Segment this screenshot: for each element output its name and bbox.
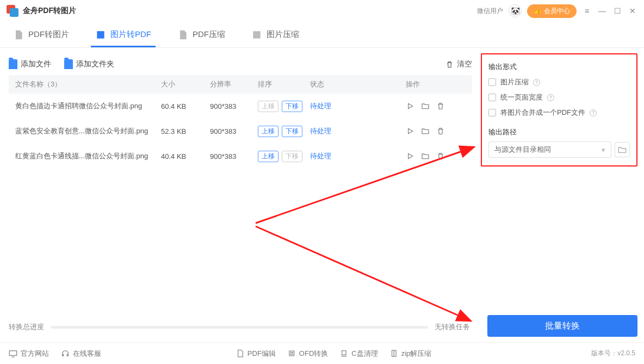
tab-image-to-pdf[interactable]: 图片转PDF — [91, 22, 156, 47]
link-label: 官方网站 — [21, 349, 49, 359]
cell-state: 待处理 — [310, 127, 331, 135]
tool-icon — [340, 349, 348, 357]
add-file-button[interactable]: 添加文件 — [9, 59, 51, 69]
compress-icon — [177, 29, 188, 40]
footer-link[interactable]: OFD转换 — [288, 349, 328, 359]
move-up-button: 上移 — [258, 101, 278, 112]
trash-icon — [445, 60, 454, 69]
output-panel: 输出形式 图片压缩 ? 统一页面宽度 ? 将图片合并成一个PDF文件 ? 输出路… — [481, 48, 644, 336]
tool-icon — [390, 349, 398, 357]
maximize-icon[interactable]: ☐ — [612, 6, 622, 16]
tab-label: 图片压缩 — [267, 29, 299, 40]
help-icon[interactable]: ? — [590, 109, 597, 116]
folder-icon[interactable] — [421, 127, 430, 135]
checkbox[interactable] — [488, 78, 496, 86]
cell-res: 900*383 — [210, 152, 258, 161]
footer-link[interactable]: zip解压缩 — [390, 349, 432, 359]
image-icon — [95, 29, 106, 40]
link-label: PDF编辑 — [247, 349, 276, 359]
tab-label: 图片转PDF — [110, 29, 151, 40]
tab-image-compress[interactable]: 图片压缩 — [247, 22, 304, 47]
compress-icon — [251, 29, 262, 40]
help-icon[interactable]: ? — [533, 79, 540, 86]
chevron-down-icon: ▾ — [602, 146, 605, 154]
link-label: 在线客服 — [73, 349, 101, 359]
move-down-button[interactable]: 下移 — [282, 101, 302, 112]
output-format-title: 输出形式 — [488, 62, 630, 72]
option-label: 统一页面宽度 — [500, 92, 543, 102]
trash-icon[interactable] — [436, 102, 445, 110]
footer-link[interactable]: C盘清理 — [340, 349, 377, 359]
checkbox[interactable] — [488, 94, 496, 101]
close-icon[interactable]: ✕ — [628, 6, 637, 16]
cell-res: 900*383 — [210, 102, 258, 110]
move-up-button[interactable]: 上移 — [258, 126, 278, 137]
minimize-icon[interactable]: — — [597, 6, 607, 16]
vip-button[interactable]: 👍 会员中心 — [527, 4, 577, 18]
path-value: 与源文件目录相同 — [494, 145, 551, 155]
output-path-title: 输出路径 — [488, 127, 630, 137]
support-link[interactable]: 在线客服 — [61, 349, 101, 359]
help-icon[interactable]: ? — [547, 94, 554, 101]
play-icon[interactable] — [406, 102, 414, 110]
tab-pdf-compress[interactable]: PDF压缩 — [173, 22, 230, 47]
tool-icon — [236, 349, 244, 357]
table-row: 黄白色描边卡通招聘微信公众号封面.png60.4 KB900*383上移下移待处… — [9, 94, 472, 119]
official-site-link[interactable]: 官方网站 — [9, 349, 49, 359]
clear-label: 清空 — [457, 59, 472, 69]
cell-size: 52.3 KB — [161, 127, 210, 135]
col-name: 文件名称（3） — [15, 79, 161, 89]
convert-button[interactable]: 批量转换 — [487, 315, 637, 337]
output-path-select[interactable]: 与源文件目录相同 ▾ — [488, 141, 611, 158]
folder-icon[interactable] — [421, 102, 430, 110]
table-header: 文件名称（3） 大小 分辨率 排序 状态 操作 — [9, 75, 472, 94]
cell-name: 蓝紫色安全教育创意...微信公众号封面.png — [15, 126, 161, 136]
tool-icon — [288, 349, 296, 357]
monitor-icon — [9, 350, 17, 357]
tab-pdf-to-image[interactable]: PDF转图片 — [9, 22, 73, 47]
col-state: 状态 — [310, 79, 406, 89]
play-icon[interactable] — [406, 152, 414, 161]
folder-icon[interactable] — [421, 152, 430, 161]
cell-state: 待处理 — [310, 152, 331, 160]
footer-link[interactable]: PDF编辑 — [236, 349, 276, 359]
file-panel: 添加文件 添加文件夹 清空 文件名称（3） 大小 分辨率 排序 状态 操作 黄白… — [0, 48, 481, 336]
trash-icon[interactable] — [436, 127, 445, 135]
pdf-icon — [13, 29, 24, 40]
avatar-icon[interactable]: 🐼 — [509, 4, 522, 17]
menu-icon[interactable]: ≡ — [582, 6, 592, 16]
file-icon — [9, 59, 17, 69]
cell-name: 黄白色描边卡通招聘微信公众号封面.png — [15, 101, 161, 111]
option-label: 将图片合并成一个PDF文件 — [500, 108, 585, 118]
footer: 官方网站 在线客服 PDF编辑OFD转换C盘清理zip解压缩 版本号：v2.0.… — [0, 342, 644, 364]
version-label: 版本号：v2.0.5 — [591, 349, 635, 358]
svg-rect-0 — [9, 350, 16, 355]
titlebar: 金舟PDF转图片 微信用户 🐼 👍 会员中心 ≡ — ☐ ✕ — [0, 0, 644, 22]
option-width[interactable]: 统一页面宽度 ? — [488, 92, 630, 102]
cell-size: 60.4 KB — [161, 102, 210, 110]
option-merge[interactable]: 将图片合并成一个PDF文件 ? — [488, 108, 630, 118]
col-res: 分辨率 — [210, 79, 258, 89]
clear-button[interactable]: 清空 — [445, 59, 472, 69]
tab-label: PDF转图片 — [28, 29, 69, 40]
option-compress[interactable]: 图片压缩 ? — [488, 77, 630, 87]
add-folder-button[interactable]: 添加文件夹 — [64, 59, 114, 69]
thumbs-up-icon: 👍 — [534, 7, 542, 15]
col-sort: 排序 — [258, 79, 310, 89]
cell-size: 40.4 KB — [161, 152, 210, 161]
play-icon[interactable] — [406, 127, 414, 135]
checkbox[interactable] — [488, 109, 496, 116]
option-label: 图片压缩 — [500, 77, 529, 87]
folder-icon — [618, 146, 627, 153]
progress-label: 转换总进度 — [9, 322, 44, 332]
headset-icon — [61, 349, 70, 358]
user-label: 微信用户 — [477, 7, 503, 16]
tabs: PDF转图片 图片转PDF PDF压缩 图片压缩 — [0, 22, 644, 48]
table-row: 红黄蓝白色卡通线描...微信公众号封面.png40.4 KB900*383上移下… — [9, 144, 472, 169]
move-up-button[interactable]: 上移 — [258, 151, 278, 162]
trash-icon[interactable] — [436, 152, 445, 161]
app-icon — [7, 5, 18, 17]
folder-icon — [64, 59, 73, 69]
move-down-button[interactable]: 下移 — [282, 126, 302, 137]
browse-button[interactable] — [615, 142, 630, 157]
